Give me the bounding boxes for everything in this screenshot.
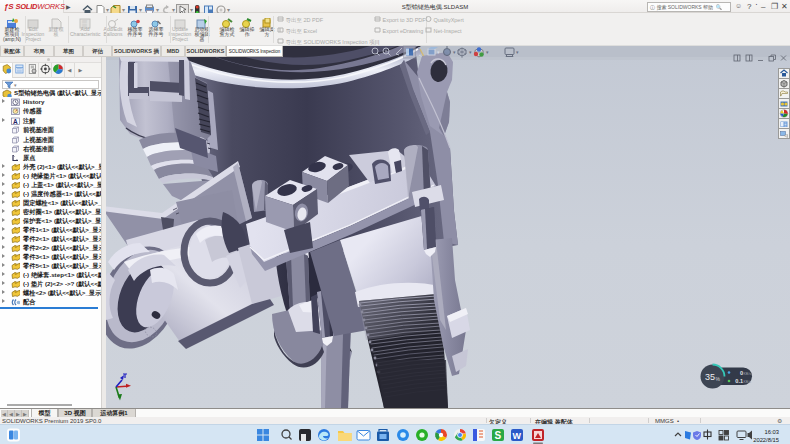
- svg-text:%: %: [716, 376, 721, 382]
- svg-text:▾: ▾: [516, 49, 519, 55]
- svg-text:W: W: [513, 431, 522, 441]
- svg-text:A: A: [13, 118, 18, 125]
- svg-text:KB/s: KB/s: [744, 372, 752, 376]
- svg-text:▾: ▾: [486, 49, 489, 55]
- svg-text:16:03: 16:03: [764, 429, 779, 435]
- svg-text:▾: ▾: [437, 49, 440, 55]
- svg-text:▾: ▾: [469, 49, 472, 55]
- svg-text:0.1: 0.1: [735, 378, 743, 384]
- svg-text:▾: ▾: [453, 49, 456, 55]
- svg-text:KB/s: KB/s: [744, 380, 752, 384]
- svg-text:2022/8/15: 2022/8/15: [753, 437, 779, 443]
- svg-text:S: S: [495, 430, 502, 441]
- svg-text:35: 35: [705, 372, 715, 382]
